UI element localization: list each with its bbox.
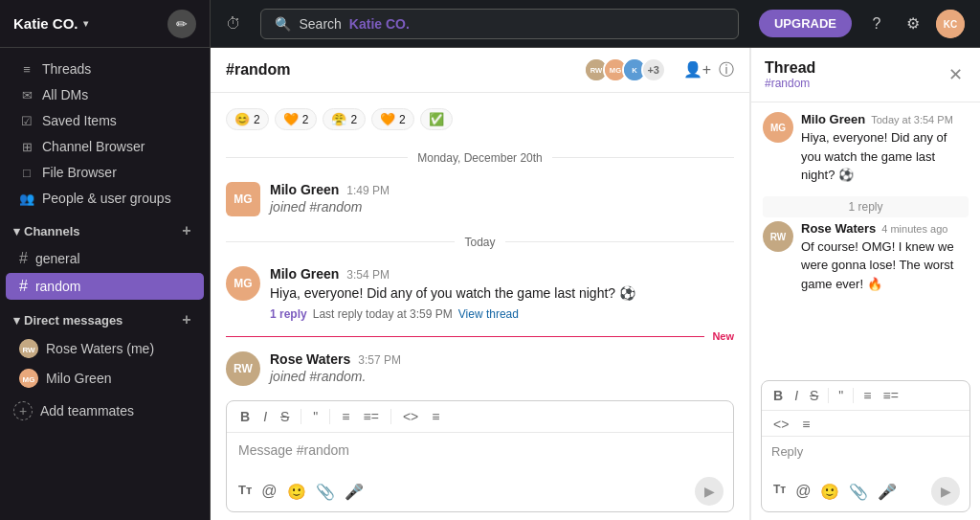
sidebar-item-all-dms[interactable]: ✉ All DMs	[6, 82, 204, 107]
thread-close-button[interactable]: ✕	[944, 63, 967, 86]
add-teammates-icon: +	[13, 401, 33, 420]
search-workspace-tag: Katie CO.	[349, 16, 410, 32]
italic-btn[interactable]: I	[259, 407, 271, 426]
edit-button[interactable]: ✏	[167, 10, 196, 38]
svg-text:RW: RW	[770, 232, 787, 242]
attach-icon[interactable]: 📎	[314, 481, 337, 503]
bullet-btn[interactable]: ≡	[338, 407, 353, 426]
message-avatar-rose: RW	[226, 351, 260, 386]
dm-section-chevron: ▾	[13, 313, 20, 328]
dm-section-header[interactable]: ▾ Direct messages +	[0, 301, 210, 333]
message-author-milo-1: Milo Green	[270, 182, 339, 197]
thread-msg-time-milo: Today at 3:54 PM	[871, 114, 953, 125]
search-bar[interactable]: 🔍 Search Katie CO.	[260, 9, 739, 39]
thread-subtitle: #random	[765, 77, 815, 90]
text-format-icon[interactable]: Tт	[236, 481, 254, 503]
reply-count: 1 reply	[270, 307, 307, 321]
reaction-4[interactable]: 🧡 2	[371, 108, 414, 130]
svg-text:RW: RW	[590, 66, 602, 75]
back-icon[interactable]: ⏱	[226, 15, 241, 33]
sidebar-item-channel-browser[interactable]: ⊞ Channel Browser	[6, 134, 204, 159]
thread-mic-icon[interactable]: 🎤	[876, 481, 899, 503]
user-avatar-nav[interactable]: KC	[936, 10, 965, 38]
dm-item-milo[interactable]: MG Milo Green	[6, 364, 204, 393]
thread-msg-author-rose: Rose Waters	[801, 221, 876, 236]
thread-avatar-rose: RW	[763, 221, 793, 252]
thread-ordered-btn[interactable]: ≡=	[880, 386, 902, 405]
search-input[interactable]: 🔍 Search Katie CO.	[260, 9, 739, 39]
thread-messages[interactable]: MG Milo Green Today at 3:54 PM Hiya, eve…	[751, 102, 980, 373]
add-dm-button[interactable]: +	[177, 310, 196, 329]
message-input-area[interactable]: B I S " ≡ ≡= <> ≡ Message #random	[226, 400, 734, 512]
message-content-rose: Rose Waters 3:57 PM joined #random.	[270, 351, 734, 386]
reaction-1[interactable]: 😊 2	[226, 108, 269, 130]
help-button[interactable]: ?	[863, 11, 890, 37]
bell-button[interactable]: ⚙	[900, 11, 926, 37]
workspace-name-text: Katie CO.	[13, 15, 78, 32]
message-text-rose-joined: joined #random.	[270, 369, 734, 384]
emoji-icon[interactable]: 🙂	[285, 481, 308, 503]
thread-italic-btn[interactable]: I	[791, 386, 802, 405]
view-thread-link[interactable]: View thread	[458, 307, 519, 321]
thread-send-button[interactable]: ▶	[931, 477, 960, 506]
code-block-btn[interactable]: ≡	[428, 407, 443, 426]
sidebar-item-file-browser[interactable]: □ File Browser	[6, 160, 204, 185]
code-btn[interactable]: <>	[399, 407, 422, 426]
reaction-3[interactable]: 😤 2	[323, 108, 366, 130]
send-button[interactable]: ▶	[695, 477, 724, 506]
strike-btn[interactable]: S	[277, 407, 293, 426]
date-monday-label: Monday, December 20th	[408, 151, 552, 165]
reply-link-milo[interactable]: 1 reply Last reply today at 3:59 PM View…	[270, 307, 734, 321]
ordered-btn[interactable]: ≡=	[360, 407, 383, 426]
thread-at-icon[interactable]: @	[793, 481, 813, 503]
add-member-icon[interactable]: 👤+	[683, 60, 711, 80]
thread-msg-content-milo: Milo Green Today at 3:54 PM Hiya, everyo…	[801, 112, 969, 185]
quote-btn[interactable]: "	[309, 407, 322, 426]
add-teammates-button[interactable]: + Add teammates	[0, 394, 210, 428]
mic-icon[interactable]: 🎤	[343, 481, 366, 503]
reaction-2[interactable]: 🧡 2	[275, 108, 318, 130]
thread-reply-input[interactable]: Reply	[762, 437, 969, 471]
nav-arrows[interactable]: ⏱	[226, 15, 241, 33]
at-icon[interactable]: @	[259, 481, 278, 503]
thread-input-area[interactable]: B I S " ≡ ≡= <> ≡ Reply	[761, 380, 970, 512]
thread-bold-btn[interactable]: B	[769, 386, 787, 405]
sidebar-item-people-groups[interactable]: 👥 People & user groups	[6, 186, 204, 211]
message-milo-game: MG Milo Green 3:54 PM Hiya, everyone! Di…	[226, 260, 734, 327]
thread-code-btn[interactable]: <>	[769, 415, 792, 434]
thread-bullet-btn[interactable]: ≡	[859, 386, 875, 405]
message-text-milo-joined: joined #random	[270, 199, 734, 215]
reaction-5[interactable]: ✅	[420, 108, 453, 130]
thread-attach-icon[interactable]: 📎	[847, 481, 870, 503]
thread-emoji-icon[interactable]: 🙂	[818, 481, 841, 503]
dm-section-label: Direct messages	[24, 313, 177, 328]
sidebar-item-saved-items[interactable]: ☑ Saved Items	[6, 108, 204, 133]
thread-msg-content-rose: Rose Waters 4 minutes ago Of course! OMG…	[801, 221, 969, 294]
thread-quote-btn[interactable]: "	[835, 386, 847, 405]
svg-text:RW: RW	[234, 362, 253, 375]
workspace-name[interactable]: Katie CO. ▾	[13, 15, 88, 32]
sidebar-item-threads[interactable]: ≡ Threads	[6, 57, 204, 81]
svg-text:MG: MG	[610, 66, 621, 75]
channel-info-icon[interactable]: ⓘ	[719, 60, 734, 80]
messages-area[interactable]: 😊 2 🧡 2 😤 2 🧡 2 ✅ Monday, December 20th …	[211, 93, 749, 393]
dm-item-rose[interactable]: RW Rose Waters (me)	[6, 334, 204, 363]
add-channel-button[interactable]: +	[177, 221, 196, 240]
workspace-chevron: ▾	[83, 18, 88, 29]
thread-text-format-icon[interactable]: Tт	[771, 481, 788, 503]
channel-item-general[interactable]: # general	[6, 245, 204, 272]
bold-btn[interactable]: B	[236, 407, 254, 426]
channel-area: #random RW MG K +3 👤+	[211, 48, 750, 520]
hash-icon: #	[19, 250, 28, 267]
thread-codeblock-btn[interactable]: ≡	[798, 415, 813, 434]
dm-avatar-milo: MG	[19, 369, 38, 388]
channels-section-chevron: ▾	[13, 224, 20, 238]
channel-item-random[interactable]: # random	[6, 273, 204, 300]
upgrade-button[interactable]: UPGRADE	[759, 10, 852, 37]
message-input[interactable]: Message #random	[227, 433, 733, 471]
thread-strike-btn[interactable]: S	[806, 386, 822, 405]
sidebar-nav: ≡ Threads ✉ All DMs ☑ Saved Items ⊞ Chan…	[0, 48, 210, 520]
channels-section-header[interactable]: ▾ Channels +	[0, 212, 210, 244]
message-header-milo-1: Milo Green 1:49 PM	[270, 182, 734, 197]
svg-text:RW: RW	[22, 346, 35, 354]
